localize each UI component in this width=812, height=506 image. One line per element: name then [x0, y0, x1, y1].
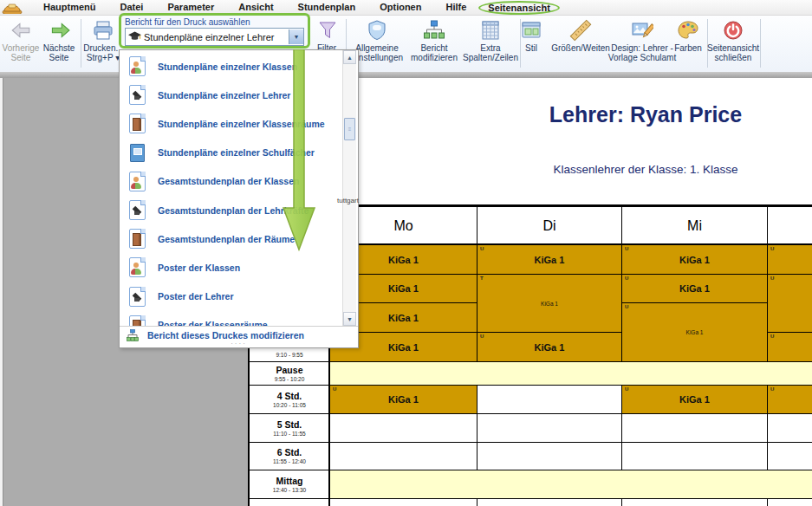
menu-item-datei[interactable]: Datei: [108, 1, 156, 14]
lesson-cell: UKiGa 1: [621, 385, 768, 414]
dropdown-item-label: Gesamtstundenplan der Räume: [158, 234, 295, 244]
combobox-dropdown-arrow[interactable]: ▼: [289, 29, 303, 44]
day-header-cell: [767, 206, 812, 245]
period-label-cell: 6 Std.11:55 - 12:40: [249, 442, 330, 470]
style-button[interactable]: Stil: [515, 17, 548, 69]
menu-item-ansicht[interactable]: Ansicht: [226, 1, 285, 14]
dropdown-item[interactable]: Stundenpläne einzelner Schulfächer: [120, 139, 343, 167]
school-address-fragment: tuttgart: [337, 197, 359, 204]
empty-cell: [621, 442, 768, 470]
dropdown-item-label: Stundenpläne einzelner Schulfächer: [158, 147, 315, 158]
empty-cell: [621, 413, 768, 443]
mini-org-chart-icon: [127, 329, 139, 341]
page-gradcap-icon: [127, 200, 147, 220]
layout-style-icon: [520, 17, 542, 43]
dropdown-item-label: Stundenpläne einzelner Klassenräume: [158, 119, 325, 129]
dropdown-item[interactable]: Stundenpläne einzelner Klassenräume: [120, 109, 343, 138]
filter-funnel-icon: [315, 17, 338, 43]
lesson-cell: UKiGa 1: [477, 244, 622, 275]
dropdown-item[interactable]: Gesamtstundenplan der Räume: [120, 224, 343, 253]
menu-item-seitenansicht[interactable]: Seitenansicht: [478, 1, 560, 15]
dropdown-item[interactable]: Poster der Klassen: [120, 253, 343, 282]
page-door-icon: [127, 315, 147, 326]
dropdown-item-label: Stundenpläne einzelner Klassen: [158, 62, 297, 72]
extra-columns-rows-button[interactable]: Extra Spalten/Zeilen: [463, 17, 518, 69]
book-icon: [127, 144, 147, 162]
empty-cell: [477, 385, 622, 414]
dropdown-item[interactable]: Stundenpläne einzelner Lehrer: [120, 81, 343, 109]
empty-cell: [477, 498, 622, 506]
lesson-cell: UKiGa 1: [621, 302, 768, 362]
period-label-cell: Pause9:55 - 10:20: [249, 361, 330, 386]
page-person-icon: [127, 172, 147, 191]
empty-cell: [329, 498, 477, 506]
toolbar-separator: [760, 19, 761, 68]
arrow-left-icon: [10, 17, 32, 43]
dropdown-scrollbar[interactable]: ▲ ≡ ▼: [342, 50, 356, 326]
menu-item-parameter[interactable]: Parameter: [155, 1, 226, 14]
graduation-cap-icon: [128, 29, 141, 45]
design-template-button[interactable]: Design: Lehrer - Vorlage Schulamt: [614, 17, 670, 69]
lesson-cell: U: [767, 274, 812, 333]
print-button[interactable]: Drucken... Strg+P ▾: [84, 17, 122, 69]
scroll-down-icon[interactable]: ▼: [343, 312, 356, 326]
page-person-icon: [127, 257, 147, 277]
report-dropdown-list: Stundenpläne einzelner KlassenStundenplä…: [120, 50, 343, 326]
palette-icon: [677, 17, 699, 43]
report-combobox[interactable]: Stundenpläne einzelner Lehrer ▼: [125, 28, 304, 46]
dropdown-item[interactable]: Poster der Lehrer: [120, 282, 343, 311]
dropdown-item-label: Stundenpläne einzelner Lehrer: [158, 90, 290, 101]
menu-item-stundenplan[interactable]: Stundenplan: [286, 1, 368, 14]
day-header-cell: Di: [477, 206, 622, 245]
report-dropdown-panel: Stundenpläne einzelner KlassenStundenplä…: [119, 49, 359, 348]
toolbar-separator: [81, 19, 81, 68]
dropdown-item[interactable]: Poster der Klassenräume: [120, 311, 343, 326]
page-door-icon: [127, 229, 147, 249]
empty-cell: [477, 442, 622, 470]
day-header-cell: Mi: [621, 206, 768, 245]
period-label-cell: [249, 498, 330, 506]
report-combobox-value: Stundenpläne einzelner Lehrer: [144, 32, 289, 42]
power-off-icon: [722, 17, 744, 43]
app-window: MoDiMiKiGa 1UKiGa 1UKiGa 1UKiGa 1TKiGa 1…: [0, 0, 812, 506]
lesson-cell: U: [767, 332, 812, 362]
dropdown-item[interactable]: Gesamtstundenplan der Lehrkräfte: [120, 196, 343, 224]
colors-button[interactable]: Farben: [671, 17, 705, 69]
empty-cell: [329, 413, 477, 443]
empty-cell: [621, 498, 768, 506]
scroll-up-icon[interactable]: ▲: [343, 50, 356, 64]
app-logo-icon[interactable]: [2, 0, 26, 14]
shield-icon: [366, 17, 388, 43]
dropdown-item[interactable]: Gesamtstundenplan der Klassen: [120, 167, 343, 196]
modify-report-button[interactable]: Bericht modifizieren: [407, 17, 461, 69]
next-page-button[interactable]: Nächste Seite: [40, 17, 78, 69]
sizes-widths-button[interactable]: Größen/Weiten: [549, 17, 613, 69]
resize-grip[interactable]: [120, 342, 358, 347]
report-picker-label: Bericht für den Druck auswählen: [125, 16, 304, 28]
menu-item-hilfe[interactable]: Hilfe: [433, 1, 478, 14]
org-chart-icon: [423, 17, 445, 43]
dropdown-item[interactable]: Stundenpläne einzelner Klassen: [120, 52, 343, 81]
page-person-icon: [127, 56, 147, 76]
empty-cell: [329, 442, 477, 470]
lesson-cell: U: [767, 244, 812, 275]
lesson-cell: TKiGa 1: [477, 274, 622, 333]
report-picker-group: Bericht für den Druck auswählen Stundenp…: [119, 13, 310, 49]
menu-item-optionen[interactable]: Optionen: [367, 1, 433, 14]
lesson-cell: UKiGa 1: [477, 332, 622, 362]
picture-pencil-icon: [631, 17, 653, 43]
period-label-cell: 5 Std.11:10 - 11:55: [249, 413, 330, 443]
page-gradcap-icon: [127, 85, 147, 105]
lesson-cell: UKiGa 1: [621, 244, 768, 275]
grid-icon: [479, 17, 502, 43]
dropdown-item-label: Poster der Klassen: [158, 263, 240, 273]
menu-item-hauptmenü[interactable]: Hauptmenü: [31, 1, 108, 14]
scrollbar-thumb[interactable]: ≡: [344, 118, 355, 140]
previous-page-button[interactable]: Vorherige Seite: [2, 17, 40, 69]
close-preview-button[interactable]: Seitenansicht schließen: [709, 17, 757, 69]
ruler-icon: [569, 17, 592, 43]
break-band: [329, 470, 812, 499]
lesson-cell: U: [767, 385, 812, 414]
dropdown-item-label: Gesamtstundenplan der Lehrkräfte: [158, 205, 309, 216]
empty-cell: [477, 413, 622, 443]
